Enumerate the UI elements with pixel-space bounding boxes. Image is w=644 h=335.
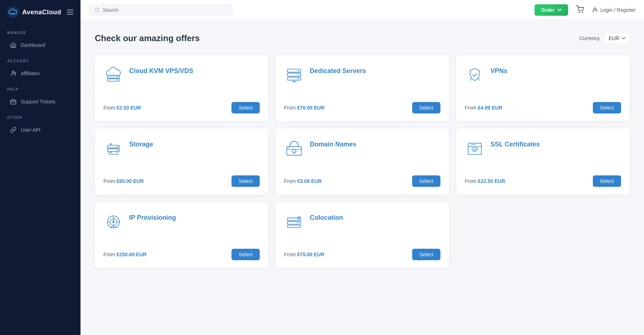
- domain-icon: [284, 139, 304, 159]
- section-label-other: OTHER: [0, 109, 80, 122]
- svg-point-14: [298, 70, 299, 71]
- sidebar: AvenaCloud MANAGE Dashboard ACCOUNT Affi…: [0, 0, 80, 335]
- topbar: Order Login / Register: [80, 0, 644, 20]
- svg-rect-2: [11, 100, 16, 104]
- select-button-vpn[interactable]: Select: [593, 102, 621, 113]
- product-title-vpn: VPNs: [491, 65, 507, 75]
- search-input[interactable]: [103, 7, 227, 13]
- section-label-help: HELP: [0, 81, 80, 94]
- product-card-storage: Storage From €80.00 EUR Select: [95, 128, 268, 195]
- card-top: Dedicated Servers: [284, 65, 440, 85]
- search-wrapper[interactable]: [89, 5, 232, 15]
- product-price-storage: From €80.00 EUR: [103, 178, 144, 184]
- svg-point-5: [582, 12, 583, 13]
- person-icon: [10, 70, 16, 77]
- select-button-ip[interactable]: Select: [231, 249, 260, 260]
- section-label-account: ACCOUNT: [0, 53, 80, 66]
- sidebar-item-dashboard[interactable]: Dashboard: [3, 38, 78, 52]
- link-icon: [10, 127, 16, 133]
- product-card-domain: Domain Names From €3.08 EUR Select: [275, 128, 449, 195]
- product-price-domain: From €3.08 EUR: [284, 178, 322, 184]
- products-grid: Cloud KVM VPS/VDS From €2.50 EUR Select: [95, 55, 630, 268]
- card-bottom: From €75.00 EUR Select: [284, 249, 440, 260]
- product-card-colocation: Colocation From €75.00 EUR Select: [275, 202, 449, 268]
- svg-rect-11: [287, 69, 301, 72]
- sidebar-item-affiliates[interactable]: Affiliates: [3, 67, 78, 80]
- cloud-vps-icon: [103, 65, 123, 85]
- login-label: Login / Register: [600, 7, 635, 13]
- sidebar-item-support[interactable]: Support Tickets: [3, 95, 78, 108]
- product-title-dedicated: Dedicated Servers: [310, 65, 366, 75]
- svg-rect-29: [287, 225, 301, 228]
- logo-icon: [7, 6, 19, 18]
- dedicated-server-icon: [284, 65, 304, 85]
- product-price-ssl: From €22.50 EUR: [465, 178, 505, 184]
- svg-point-9: [117, 77, 118, 77]
- product-card-cloud-kvm: Cloud KVM VPS/VDS From €2.50 EUR Select: [95, 55, 268, 121]
- product-card-ssl: SSL Certificates From €22.50 EUR Select: [456, 128, 630, 195]
- select-button-cloud-kvm[interactable]: Select: [231, 102, 260, 113]
- sidebar-item-affiliates-label: Affiliates: [21, 71, 40, 76]
- product-price-colocation: From €75.00 EUR: [284, 252, 325, 257]
- cart-button[interactable]: [574, 3, 586, 16]
- product-price-dedicated: From €70.00 EUR: [284, 105, 325, 111]
- svg-rect-12: [287, 73, 301, 76]
- select-button-dedicated[interactable]: Select: [412, 102, 440, 113]
- login-button[interactable]: Login / Register: [592, 7, 635, 13]
- app-name: AvenaCloud: [22, 9, 61, 16]
- search-icon: [94, 7, 100, 13]
- product-price-cloud-kvm: From €2.50 EUR: [103, 105, 141, 111]
- ssl-icon: [465, 139, 485, 159]
- card-top: Cloud KVM VPS/VDS: [103, 65, 260, 85]
- vpn-icon: [465, 65, 485, 85]
- card-top: SSL Certificates: [465, 139, 621, 159]
- product-title-storage: Storage: [129, 139, 153, 148]
- card-bottom: From €2.50 EUR Select: [103, 102, 260, 113]
- svg-rect-23: [468, 143, 481, 155]
- product-price-ip: From €250.00 EUR: [103, 252, 147, 257]
- select-button-domain[interactable]: Select: [412, 175, 440, 187]
- product-title-ip: IP Provisioning: [129, 212, 176, 222]
- card-bottom: From €3.08 EUR Select: [284, 175, 440, 187]
- currency-wrapper: Currency EUR USD GBP: [579, 33, 630, 44]
- card-top: Storage: [103, 139, 260, 159]
- sidebar-item-userapi[interactable]: User API: [3, 123, 78, 137]
- svg-point-19: [117, 146, 118, 147]
- card-bottom: From €22.50 EUR Select: [465, 175, 621, 187]
- content-area: Check our amazing offers Currency EUR US…: [80, 20, 644, 335]
- colocation-icon: [284, 212, 304, 232]
- sidebar-item-support-label: Support Tickets: [21, 99, 55, 105]
- currency-select[interactable]: EUR USD GBP: [604, 33, 630, 44]
- page-header: Check our amazing offers Currency EUR US…: [95, 33, 630, 44]
- select-button-colocation[interactable]: Select: [412, 249, 440, 260]
- card-bottom: From €4.99 EUR Select: [465, 102, 621, 113]
- sidebar-item-userapi-label: User API: [21, 127, 40, 133]
- product-title-cloud-kvm: Cloud KVM VPS/VDS: [129, 65, 193, 75]
- product-card-ip: IP Provisioning From €250.00 EUR Select: [95, 202, 268, 268]
- product-price-vpn: From €4.99 EUR: [465, 105, 502, 111]
- page-title: Check our amazing offers: [95, 33, 200, 43]
- svg-point-16: [298, 78, 299, 79]
- user-icon: [592, 7, 598, 13]
- svg-point-20: [117, 150, 118, 151]
- currency-label: Currency: [579, 35, 600, 41]
- svg-point-10: [117, 79, 118, 80]
- product-title-domain: Domain Names: [310, 139, 356, 148]
- svg-rect-28: [287, 222, 301, 224]
- card-bottom: From €80.00 EUR Select: [103, 175, 260, 187]
- card-top: Domain Names: [284, 139, 440, 159]
- order-button[interactable]: Order: [535, 4, 568, 16]
- select-button-ssl[interactable]: Select: [593, 175, 621, 187]
- hamburger-menu[interactable]: [67, 10, 73, 15]
- select-button-storage[interactable]: Select: [231, 175, 260, 187]
- ip-icon: [103, 212, 123, 232]
- card-top: VPNs: [465, 65, 621, 85]
- ticket-icon: [10, 98, 16, 105]
- product-title-ssl: SSL Certificates: [491, 139, 540, 148]
- section-label-manage: MANAGE: [0, 24, 80, 38]
- product-card-dedicated: Dedicated Servers From €70.00 EUR Select: [275, 55, 449, 121]
- logo-area[interactable]: AvenaCloud: [0, 0, 80, 24]
- svg-rect-13: [287, 77, 301, 80]
- storage-icon: [103, 139, 123, 159]
- main-area: Order Login / Register Check our amazing…: [80, 0, 644, 335]
